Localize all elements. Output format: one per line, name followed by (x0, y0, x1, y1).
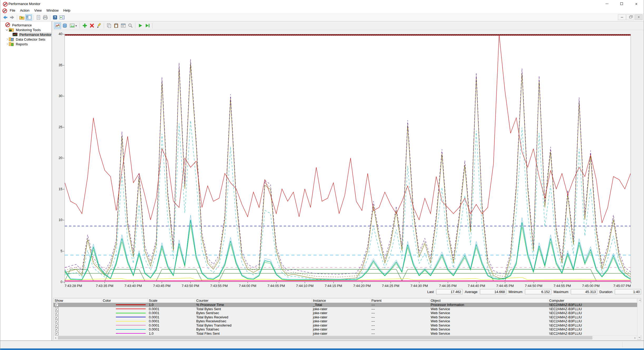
chevron-right-icon[interactable] (5, 37, 9, 41)
tree-item-performance[interactable]: Performance (0, 23, 52, 27)
up-folder-icon[interactable] (18, 14, 25, 21)
performance-graph (65, 34, 631, 282)
column-header-color[interactable]: Color (102, 298, 148, 303)
menu-item-file[interactable]: File (7, 8, 18, 13)
copy-properties-icon[interactable] (105, 22, 112, 29)
object-cell: Web Service (430, 319, 548, 323)
back-icon[interactable] (2, 14, 9, 21)
show-checkbox[interactable]: ✓ (55, 328, 58, 331)
tree-spacer (1, 23, 5, 27)
x-axis-tick (476, 282, 477, 283)
counter-row[interactable]: ✓0.0001Total Bytes Transferredjoke-rater… (53, 323, 637, 328)
y-axis-label: 40 (52, 32, 62, 36)
color-swatch-cell (102, 321, 148, 322)
counter-row[interactable]: ✓0.0001Total Bytes Sentjoke-rater---Web … (53, 307, 637, 311)
counter-row[interactable]: ✓1.0% Processor Time_Total---Processor I… (53, 303, 637, 307)
x-axis-label: 7:44:50 PM (525, 284, 543, 288)
properties-icon[interactable] (120, 22, 127, 29)
scroll-up-icon[interactable]: › (637, 298, 642, 302)
color-swatch (116, 317, 146, 317)
show-checkbox[interactable]: ✓ (55, 315, 58, 319)
child-close-button[interactable]: × (635, 14, 643, 20)
delete-counter-icon[interactable] (88, 22, 95, 29)
show-checkbox[interactable]: ✓ (55, 324, 58, 327)
tree-item-data-collector-sets[interactable]: Data Collector Sets (0, 37, 52, 42)
column-header-scale[interactable]: Scale (148, 298, 195, 303)
freeze-display-icon[interactable] (137, 22, 144, 29)
tree-item-label: Monitoring Tools (15, 28, 41, 32)
x-axis-label: 7:44:25 PM (382, 284, 400, 288)
view-current-activity-icon[interactable] (54, 22, 61, 29)
show-checkbox[interactable]: ✓ (55, 319, 58, 323)
zoom-icon[interactable] (127, 22, 134, 29)
color-swatch (116, 321, 146, 322)
x-axis-label: 7:44:15 PM (325, 284, 342, 288)
update-data-icon[interactable] (144, 22, 151, 29)
show-checkbox[interactable]: ✓ (55, 303, 58, 306)
x-axis-label: 7:43:55 PM (210, 284, 228, 288)
chevron-down-icon[interactable] (5, 28, 9, 32)
highlight-icon[interactable] (95, 22, 102, 29)
counter-cell: Bytes Total/sec (195, 327, 312, 331)
dropdown-arrow-icon[interactable]: ▾ (75, 24, 77, 27)
show-console-tree-icon[interactable] (25, 14, 32, 21)
performance-monitor-pane: ▾ 05101520253035407:43:28 PM7:43:35 PM7:… (52, 21, 644, 341)
counter-row[interactable]: ✓0.0001Bytes Received/secjoke-rater---We… (53, 319, 637, 323)
view-log-data-icon[interactable] (61, 22, 68, 29)
help-icon[interactable]: ? (52, 14, 58, 21)
counter-row[interactable]: ✓1.0Total Files Sentjoke-rater---Web Ser… (53, 332, 637, 336)
action-pane-icon[interactable] (58, 14, 65, 21)
maximize-button[interactable] (614, 0, 629, 7)
color-swatch-cell (102, 304, 148, 305)
column-header-counter[interactable]: Counter (195, 298, 312, 303)
y-axis-tick (63, 220, 64, 220)
counter-row[interactable]: ✓0.0001Total Bytes Receivedjoke-rater---… (53, 315, 637, 319)
export-list-icon[interactable] (35, 14, 42, 21)
horizontal-scrollbar[interactable]: ‹ › (53, 335, 637, 340)
column-header-computer[interactable]: Computer (548, 298, 637, 303)
change-graph-type-icon[interactable]: ▾ (68, 22, 78, 29)
counter-row[interactable]: ✓0.0001Bytes Total/secjoke-rater---Web S… (53, 327, 637, 332)
color-swatch-cell (102, 309, 148, 309)
x-axis-tick (219, 282, 219, 283)
close-button[interactable]: × (629, 0, 644, 7)
child-minimize-button[interactable] (618, 14, 626, 20)
print-icon[interactable] (42, 14, 49, 21)
menu-item-action[interactable]: Action (18, 8, 32, 13)
column-header-object[interactable]: Object (430, 298, 548, 303)
vertical-scrollbar[interactable]: › › (637, 298, 641, 339)
x-axis-label: 7:44:55 PM (553, 284, 571, 288)
svg-text:?: ? (54, 16, 56, 19)
counter-row[interactable]: ✓0.0001Bytes Sent/secjoke-rater---Web Se… (53, 311, 637, 315)
paste-counter-list-icon[interactable] (112, 22, 120, 29)
column-header-show[interactable]: Show (53, 298, 102, 303)
parent-cell: --- (370, 327, 430, 331)
child-restore-button[interactable] (626, 14, 634, 20)
tree-item-monitoring-tools[interactable]: Monitoring Tools (0, 27, 52, 32)
forward-icon[interactable] (9, 14, 16, 21)
menu-item-window[interactable]: Window (44, 8, 61, 13)
x-axis-tick (333, 282, 334, 283)
show-checkbox[interactable]: ✓ (55, 332, 58, 335)
menu-bar: File Action View Window Help (0, 7, 644, 13)
counter-cell: % Processor Time (195, 303, 312, 307)
scroll-down-icon[interactable]: › (637, 335, 642, 339)
horizontal-scroll-thumb[interactable] (58, 336, 592, 339)
scroll-right-icon[interactable]: › (633, 336, 637, 340)
add-counter-icon[interactable] (81, 22, 88, 29)
scale-cell: 0.0001 (148, 327, 195, 331)
tree-item-performance-monitor[interactable]: Performance Monitor (0, 32, 52, 37)
minimize-button[interactable] (599, 0, 614, 7)
menu-item-view[interactable]: View (32, 8, 44, 13)
scroll-left-icon[interactable]: ‹ (53, 336, 58, 340)
tree-item-reports[interactable]: Reports (0, 42, 52, 46)
show-checkbox[interactable]: ✓ (55, 307, 58, 311)
window-controls: × (599, 0, 644, 7)
child-window-controls: × (618, 14, 643, 20)
chevron-right-icon[interactable] (5, 42, 9, 46)
menu-item-help[interactable]: Help (61, 8, 73, 13)
show-checkbox[interactable]: ✓ (55, 311, 58, 315)
column-header-instance[interactable]: Instance (312, 298, 370, 303)
column-header-parent[interactable]: Parent (370, 298, 430, 303)
instance-cell: joke-rater (312, 307, 370, 311)
